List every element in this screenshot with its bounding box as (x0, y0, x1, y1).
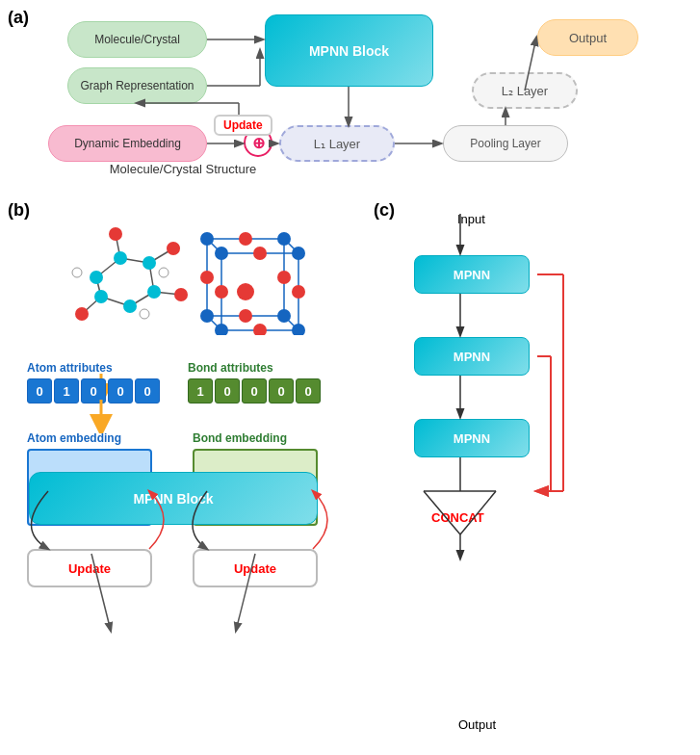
atom-attr-group: Atom attributes 0 1 0 0 0 (27, 361, 160, 404)
svg-point-45 (292, 247, 305, 260)
svg-point-22 (114, 251, 127, 265)
svg-point-42 (277, 309, 291, 323)
bond-attr-cells: 1 0 0 0 0 (188, 378, 321, 404)
bond-cell-2: 0 (242, 378, 267, 404)
atom-embed-label: Atom embedding (27, 431, 152, 445)
svg-point-54 (292, 285, 305, 299)
svg-point-40 (200, 232, 214, 246)
mpnn-block-b: MPNN Block (29, 472, 318, 525)
atom-cell-4: 0 (135, 378, 160, 404)
l1-layer-label: L₁ Layer (314, 137, 360, 151)
output-label-a: Output (569, 31, 607, 45)
l2-layer-label: L₂ Layer (502, 84, 548, 98)
mpnn-c-1: MPNN (414, 255, 530, 294)
mol-crystal-label: Molecule/Crystal Structure (48, 162, 318, 176)
bond-cell-1: 0 (215, 378, 240, 404)
bond-attr-group: Bond attributes 1 0 0 0 0 (188, 361, 321, 404)
svg-point-56 (215, 285, 228, 299)
atom-attr-label: Atom attributes (27, 361, 160, 375)
box-graph-rep: Graph Representation (67, 67, 207, 104)
c-input-label: Input (457, 212, 485, 226)
svg-point-33 (159, 268, 169, 277)
svg-point-32 (140, 309, 149, 319)
atom-cell-1: 1 (54, 378, 79, 404)
diagram-container: (a) Molecule/Crystal Graph Representatio… (0, 0, 700, 755)
svg-point-26 (94, 290, 108, 303)
molecule-crystal-label: Molecule/Crystal (94, 33, 180, 46)
panel-b-label: (b) (8, 200, 30, 221)
update-box-bond: Update (193, 549, 318, 587)
bond-embed-label: Bond embedding (193, 431, 318, 445)
svg-point-29 (174, 288, 188, 301)
mpnn3-label: MPNN (454, 431, 490, 446)
bond-cell-4: 0 (296, 378, 321, 404)
box-pooling: Pooling Layer (443, 125, 568, 162)
svg-point-30 (75, 307, 89, 321)
svg-point-31 (72, 268, 82, 277)
svg-point-23 (143, 256, 156, 270)
svg-point-48 (237, 283, 254, 300)
svg-point-28 (167, 242, 180, 255)
update-text-b2: Update (234, 561, 276, 576)
svg-point-52 (200, 271, 214, 284)
mpnn-c-2: MPNN (414, 337, 530, 376)
mpnn-block-label-a: MPNN Block (309, 43, 389, 59)
input-text-c: Input (457, 212, 485, 226)
update-badge-a: Update (214, 115, 272, 136)
svg-point-21 (90, 271, 103, 284)
box-output-a: Output (537, 19, 638, 56)
yellow-arrow-2 (82, 400, 120, 433)
svg-point-49 (239, 232, 252, 246)
bond-cell-0: 1 (188, 378, 213, 404)
svg-point-24 (147, 285, 161, 299)
panel-c-label: (c) (374, 200, 395, 221)
svg-point-44 (215, 247, 228, 260)
update-text-b1: Update (68, 561, 111, 576)
svg-point-41 (277, 232, 291, 246)
mpnn-block-label-b: MPNN Block (133, 491, 213, 507)
mol-crystal-text: Molecule/Crystal Structure (110, 162, 256, 176)
output-text-c: Output (458, 717, 496, 732)
box-dynamic-emb: Dynamic Embedding (48, 125, 207, 162)
box-molecule-crystal: Molecule/Crystal (67, 21, 207, 58)
bond-attr-label: Bond attributes (188, 361, 321, 375)
mpnn1-label: MPNN (454, 268, 490, 282)
svg-point-50 (277, 271, 291, 284)
svg-point-27 (109, 227, 122, 241)
pooling-layer-label: Pooling Layer (470, 137, 540, 150)
concat-label: CONCAT (431, 510, 484, 525)
concat-text: CONCAT (431, 510, 484, 525)
panel-a-label: (a) (8, 8, 29, 28)
dynamic-emb-label: Dynamic Embedding (74, 137, 181, 150)
box-l1: L₁ Layer (279, 125, 395, 162)
graph-rep-label: Graph Representation (80, 79, 194, 92)
svg-point-55 (253, 324, 267, 335)
atom-cell-0: 0 (27, 378, 52, 404)
box-l2: L₂ Layer (472, 72, 578, 109)
mpnn-c-3: MPNN (414, 419, 530, 457)
c-output-label: Output (458, 717, 496, 732)
molecule-crystal-svg (39, 210, 327, 335)
update-text-a: Update (223, 118, 263, 132)
svg-point-25 (123, 299, 137, 313)
mpnn2-label: MPNN (454, 350, 490, 364)
box-mpnn-a: MPNN Block (265, 14, 433, 87)
svg-point-53 (253, 247, 267, 260)
svg-point-51 (239, 309, 252, 323)
bond-cell-3: 0 (269, 378, 294, 404)
update-box-atom: Update (27, 549, 152, 587)
svg-point-43 (200, 309, 214, 323)
